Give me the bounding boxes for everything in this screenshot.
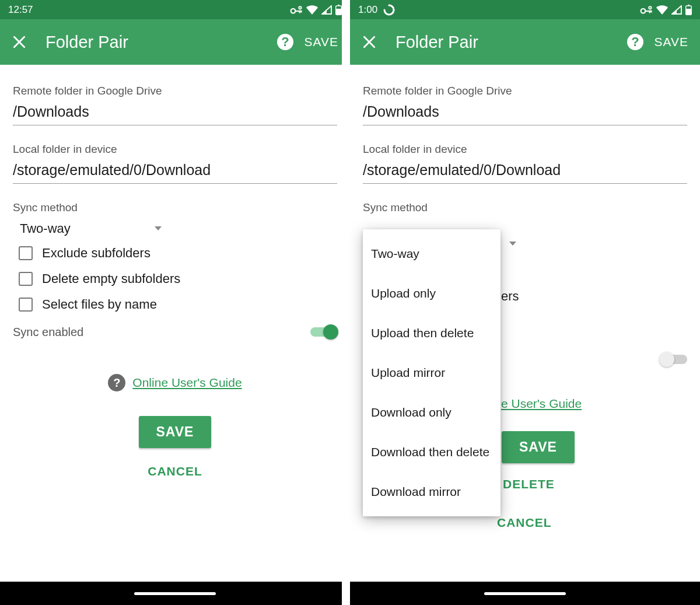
close-icon	[362, 34, 377, 50]
svg-rect-3	[300, 10, 302, 12]
save-button[interactable]: SAVE	[139, 416, 212, 448]
battery-icon	[685, 5, 692, 15]
sync-method-label: Sync method	[363, 201, 687, 214]
nav-bar	[0, 582, 350, 605]
checkbox-icon	[19, 272, 33, 286]
dropdown-option-two-way[interactable]: Two-way	[363, 234, 501, 274]
local-folder-field[interactable]: /storage/emulated/0/Download	[13, 162, 337, 184]
remote-folder-label: Remote folder in Google Drive	[363, 85, 687, 97]
app-bar: Folder Pair ? SAVE	[0, 19, 350, 65]
sync-method-label: Sync method	[13, 201, 337, 214]
svg-rect-2	[299, 10, 300, 13]
sync-method-value: Two-way	[20, 221, 154, 236]
help-button[interactable]: ?	[626, 33, 644, 51]
svg-rect-19	[686, 9, 692, 15]
appbar-save[interactable]: SAVE	[304, 35, 338, 49]
help-button[interactable]: ?	[276, 33, 294, 51]
sync-circle-icon	[383, 4, 395, 16]
status-icons: G	[640, 5, 692, 15]
save-button[interactable]: SAVE	[502, 431, 575, 463]
delete-button[interactable]: DELETE	[503, 477, 555, 491]
checkbox-icon	[19, 246, 33, 260]
wifi-icon	[656, 5, 668, 15]
svg-text:G: G	[299, 6, 301, 9]
dropdown-option-upload-only[interactable]: Upload only	[363, 274, 501, 313]
svg-point-11	[641, 8, 646, 13]
sync-enabled-label: Sync enabled	[13, 326, 83, 339]
checkbox-delete-empty[interactable]: Delete empty subfolders	[19, 271, 337, 286]
vpn-key-icon: G	[640, 6, 653, 14]
local-folder-label: Local folder in device	[363, 143, 687, 156]
help-circle-icon: ?	[108, 374, 125, 391]
svg-text:?: ?	[281, 34, 289, 49]
nav-pill[interactable]	[484, 592, 566, 595]
app-bar: Folder Pair ? SAVE	[350, 19, 700, 65]
content: Remote folder in Google Drive /Downloads…	[0, 65, 350, 582]
battery-icon	[335, 5, 342, 15]
signal-icon	[321, 5, 332, 15]
sync-method-dropdown: Two-way Upload only Upload then delete U…	[363, 229, 501, 516]
content: Remote folder in Google Drive /Downloads…	[350, 65, 700, 582]
sync-enabled-toggle[interactable]	[660, 351, 687, 368]
phone-left: 12:57 G Folder Pair ? SAVE Remote folder…	[0, 0, 350, 605]
svg-text:G: G	[649, 6, 651, 9]
remote-folder-field[interactable]: /Downloads	[363, 103, 687, 125]
checkbox-label: Exclude subfolders	[42, 246, 150, 261]
svg-rect-14	[650, 10, 652, 12]
status-bar: 1:00 G	[350, 0, 700, 19]
vpn-key-icon: G	[290, 6, 303, 14]
page-title: Folder Pair	[391, 33, 626, 52]
checkbox-label: Delete empty subfolders	[42, 271, 180, 286]
online-guide-link[interactable]: Online User's Guide	[132, 376, 242, 390]
help-icon: ?	[276, 33, 294, 51]
checkbox-label: Select files by name	[42, 297, 157, 312]
checkbox-select-by-name[interactable]: Select files by name	[19, 297, 337, 312]
svg-text:?: ?	[631, 34, 639, 49]
close-button[interactable]	[362, 34, 391, 50]
local-folder-field[interactable]: /storage/emulated/0/Download	[363, 162, 687, 184]
svg-rect-13	[649, 10, 650, 13]
dropdown-option-download-then-delete[interactable]: Download then delete	[363, 432, 501, 472]
local-folder-label: Local folder in device	[13, 143, 337, 156]
chevron-down-icon	[154, 226, 162, 232]
svg-rect-8	[336, 9, 342, 15]
status-time: 1:00	[358, 4, 377, 16]
dropdown-option-download-only[interactable]: Download only	[363, 393, 501, 432]
nav-pill[interactable]	[134, 592, 216, 595]
signal-icon	[671, 5, 682, 15]
status-time: 12:57	[8, 4, 33, 16]
chevron-down-icon	[509, 239, 517, 249]
cancel-button[interactable]: CANCEL	[497, 516, 552, 530]
status-bar: 12:57 G	[0, 0, 350, 19]
page-title: Folder Pair	[41, 33, 276, 52]
close-icon	[12, 34, 27, 50]
sync-enabled-toggle[interactable]	[310, 324, 337, 340]
wifi-icon	[306, 5, 318, 15]
cancel-button[interactable]: CANCEL	[148, 464, 202, 478]
remote-folder-label: Remote folder in Google Drive	[13, 85, 337, 97]
status-icons: G	[290, 5, 342, 15]
help-icon: ?	[626, 33, 644, 51]
sync-method-spinner[interactable]: Two-way	[13, 218, 164, 240]
nav-bar	[350, 582, 700, 605]
dropdown-option-upload-then-delete[interactable]: Upload then delete	[363, 313, 501, 353]
checkbox-icon	[19, 298, 33, 312]
dropdown-option-upload-mirror[interactable]: Upload mirror	[363, 353, 501, 393]
svg-point-0	[291, 8, 296, 13]
checkbox-label-partial: ers	[501, 289, 519, 304]
online-guide-link-partial[interactable]: e User's Guide	[501, 397, 582, 411]
remote-folder-field[interactable]: /Downloads	[13, 103, 337, 125]
phone-right: 1:00 G Folder Pair ? SAVE Remote folder …	[350, 0, 700, 605]
close-button[interactable]	[12, 34, 41, 50]
appbar-save[interactable]: SAVE	[654, 35, 688, 49]
checkbox-exclude-subfolders[interactable]: Exclude subfolders	[19, 246, 337, 261]
dropdown-option-download-mirror[interactable]: Download mirror	[363, 472, 501, 512]
